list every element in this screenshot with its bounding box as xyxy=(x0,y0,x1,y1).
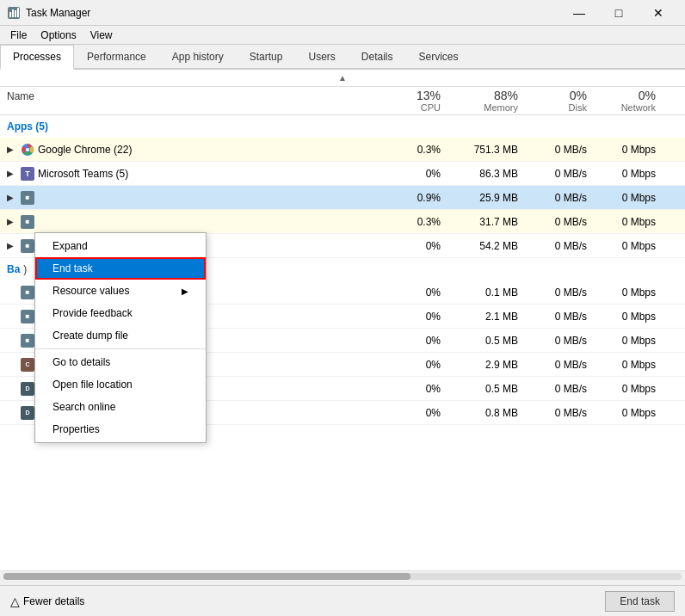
cell-name: ▶ ■ xyxy=(0,189,379,206)
cell-network: 0 Mbps xyxy=(594,285,663,300)
network-pct: 0% xyxy=(601,89,656,102)
cell-disk: 0 MB/s xyxy=(525,381,594,397)
tab-details[interactable]: Details xyxy=(349,45,406,68)
cpu-label: CPU xyxy=(386,102,441,113)
disk-label: Disk xyxy=(532,102,587,113)
cell-disk: 0 MB/s xyxy=(525,214,594,230)
proc-icon: ■ xyxy=(21,215,34,229)
cell-cpu: 0% xyxy=(379,309,447,324)
ctx-expand[interactable]: Expand xyxy=(35,235,206,257)
tab-services[interactable]: Services xyxy=(406,45,472,68)
cell-network: 0 Mbps xyxy=(594,381,663,397)
fewer-details-icon: △ xyxy=(10,594,20,608)
menu-view[interactable]: View xyxy=(83,28,120,43)
fewer-details-button[interactable]: △ Fewer details xyxy=(10,594,84,608)
cell-disk: 0 MB/s xyxy=(525,142,594,157)
cell-memory: 86.3 MB xyxy=(447,166,525,182)
memory-pct: 88% xyxy=(454,89,518,102)
ctx-go-to-details-label: Go to details xyxy=(52,356,110,368)
col-disk-header[interactable]: 0% Disk xyxy=(525,87,594,114)
cell-disk: 0 MB/s xyxy=(525,285,594,300)
cell-disk: 0 MB/s xyxy=(525,190,594,206)
cell-name: ▶ ■ xyxy=(0,213,379,231)
expand-button[interactable]: ▶ xyxy=(3,143,17,157)
proc-icon: ■ xyxy=(21,286,34,299)
section-apps-label: Apps (5) xyxy=(7,120,48,132)
ctx-expand-label: Expand xyxy=(52,240,88,252)
cell-memory: 31.7 MB xyxy=(447,214,525,230)
chrome-icon xyxy=(21,143,34,157)
tab-performance[interactable]: Performance xyxy=(74,45,159,68)
scrollbar-track xyxy=(3,573,682,580)
minimize-button[interactable]: — xyxy=(559,0,599,26)
cell-cpu: 0% xyxy=(379,405,447,421)
proc-icon: ■ xyxy=(21,191,34,205)
cell-disk: 0 MB/s xyxy=(525,238,594,254)
cell-network: 0 Mbps xyxy=(594,142,663,157)
cell-network: 0 Mbps xyxy=(594,238,663,254)
expand-button[interactable]: ▶ xyxy=(3,239,17,253)
ctx-search-online[interactable]: Search online xyxy=(35,396,206,418)
ctx-provide-feedback[interactable]: Provide feedback xyxy=(35,302,206,324)
cell-disk: 0 MB/s xyxy=(525,309,594,324)
expand-button[interactable]: ▶ xyxy=(3,191,17,205)
cell-disk: 0 MB/s xyxy=(525,357,594,373)
horizontal-scrollbar[interactable] xyxy=(0,570,685,581)
cell-cpu: 0.3% xyxy=(379,142,447,157)
ctx-resource-values[interactable]: Resource values ▶ xyxy=(35,280,206,302)
table-row[interactable]: ▶ Google Chrome (22) 0.3% 751.3 MB 0 xyxy=(0,138,685,162)
end-task-button[interactable]: End task xyxy=(605,591,675,612)
dax-icon: D xyxy=(21,406,34,420)
cell-cpu: 0% xyxy=(379,357,447,373)
col-network-header[interactable]: 0% Network xyxy=(594,87,663,114)
cell-memory: 25.9 MB xyxy=(447,190,525,206)
table-row[interactable]: ▶ T Microsoft Teams (5) 0% 86.3 MB 0 MB/… xyxy=(0,162,685,186)
ctx-create-dump[interactable]: Create dump file xyxy=(35,324,206,347)
scrollbar-thumb[interactable] xyxy=(3,573,410,580)
memory-label: Memory xyxy=(454,102,518,113)
table-row[interactable]: ▶ ■ 0.9% 25.9 MB 0 MB/s 0 Mbps xyxy=(0,186,685,210)
cell-memory: 751.3 MB xyxy=(447,142,525,157)
menu-file[interactable]: File xyxy=(3,28,34,43)
network-label: Network xyxy=(601,102,656,113)
table-header: Name 13% CPU 88% Memory 0% Disk 0% Netwo… xyxy=(0,87,685,115)
cell-network: 0 Mbps xyxy=(594,333,663,348)
cell-network: 0 Mbps xyxy=(594,214,663,230)
taskmanager-icon xyxy=(7,6,21,20)
cell-cpu: 0% xyxy=(379,166,447,182)
ctx-end-task[interactable]: End task xyxy=(35,257,206,280)
ctx-go-to-details[interactable]: Go to details xyxy=(35,351,206,373)
cell-name: ▶ T Microsoft Teams (5) xyxy=(0,165,379,182)
cell-cpu: 0% xyxy=(379,333,447,348)
ctx-provide-feedback-label: Provide feedback xyxy=(52,307,133,319)
tab-app-history[interactable]: App history xyxy=(159,45,237,68)
ctx-properties[interactable]: Properties xyxy=(35,418,206,440)
cell-disk: 0 MB/s xyxy=(525,166,594,182)
expand-button[interactable]: ▶ xyxy=(3,167,17,181)
tab-startup[interactable]: Startup xyxy=(237,45,296,68)
tab-bar: Processes Performance App history Startu… xyxy=(0,45,685,70)
tab-processes[interactable]: Processes xyxy=(0,45,74,70)
sort-up-icon: ▲ xyxy=(338,73,347,83)
ctx-open-file-location[interactable]: Open file location xyxy=(35,373,206,396)
proc-icon: ■ xyxy=(21,334,34,348)
window-title: Task Manager xyxy=(26,7,90,19)
svg-rect-3 xyxy=(15,10,16,17)
expand-button[interactable]: ▶ xyxy=(3,215,17,229)
cell-memory: 0.8 MB xyxy=(447,405,525,421)
menu-options[interactable]: Options xyxy=(34,28,83,43)
col-memory-header[interactable]: 88% Memory xyxy=(447,87,525,114)
table-row[interactable]: ▶ ■ 0.3% 31.7 MB 0 MB/s 0 Mbps xyxy=(0,210,685,234)
close-button[interactable]: ✕ xyxy=(639,0,678,26)
proc-icon: ■ xyxy=(21,239,34,253)
cpu-pct: 13% xyxy=(386,89,441,102)
tab-users[interactable]: Users xyxy=(295,45,348,68)
col-name-header[interactable]: Name xyxy=(0,87,379,114)
ctf-icon: C xyxy=(21,358,34,372)
cell-memory: 2.9 MB xyxy=(447,357,525,373)
maximize-button[interactable]: □ xyxy=(599,0,639,26)
cell-network: 0 Mbps xyxy=(594,190,663,206)
sort-arrow-row[interactable]: ▲ xyxy=(0,70,685,87)
col-cpu-header[interactable]: 13% CPU xyxy=(379,87,447,114)
ctx-create-dump-label: Create dump file xyxy=(52,330,128,342)
